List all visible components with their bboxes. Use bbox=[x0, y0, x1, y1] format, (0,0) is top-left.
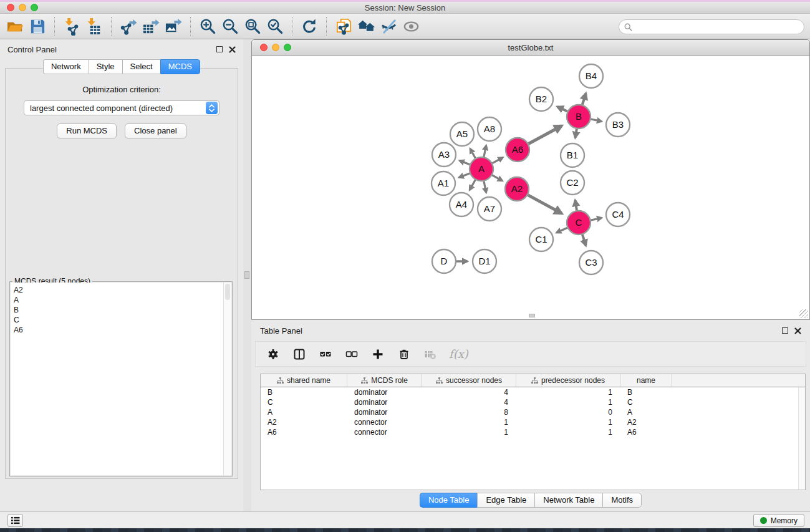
tab-network[interactable]: Network bbox=[43, 59, 89, 74]
table-row[interactable]: Adominator80A bbox=[261, 407, 805, 417]
memory-button[interactable]: Memory bbox=[753, 514, 804, 527]
refresh-layout-button[interactable] bbox=[298, 15, 321, 37]
tab-network-table[interactable]: Network Table bbox=[534, 493, 602, 508]
tab-motifs[interactable]: Motifs bbox=[602, 493, 642, 508]
zoom-out-button[interactable] bbox=[219, 15, 241, 37]
result-list-item[interactable]: B bbox=[11, 305, 231, 315]
graph-node-B[interactable]: B bbox=[567, 105, 591, 128]
column-header-name[interactable]: name bbox=[620, 374, 672, 387]
panel-splitter[interactable] bbox=[243, 39, 251, 511]
list-icon bbox=[11, 516, 20, 525]
tab-select[interactable]: Select bbox=[122, 59, 160, 74]
search-field[interactable] bbox=[619, 19, 804, 34]
export-table-button[interactable] bbox=[140, 15, 162, 37]
columns-button[interactable] bbox=[292, 347, 307, 362]
graph-node-A3[interactable]: A3 bbox=[432, 143, 456, 167]
graph-node-C1[interactable]: C1 bbox=[529, 228, 553, 251]
open-file-icon bbox=[6, 17, 24, 36]
graph-node-D1[interactable]: D1 bbox=[473, 249, 496, 273]
new-network-from-selection-button[interactable] bbox=[332, 15, 355, 37]
optimization-criterion-dropdown[interactable]: largest connected component (directed) bbox=[24, 100, 219, 115]
table-cell: A2 bbox=[620, 418, 672, 427]
close-panel-button[interactable]: Close panel bbox=[125, 123, 186, 138]
result-list-item[interactable]: A6 bbox=[11, 325, 231, 335]
import-table-button[interactable] bbox=[83, 15, 105, 37]
network-canvas[interactable]: AA1A2A3A4A5A6A7A8BB1B2B3B4CC1C2C3C4DD1 bbox=[253, 57, 809, 319]
close-panel-icon[interactable] bbox=[229, 46, 236, 53]
zoom-selected-button[interactable] bbox=[264, 15, 286, 37]
graph-node-A5[interactable]: A5 bbox=[450, 122, 474, 146]
first-neighbors-button[interactable] bbox=[355, 15, 377, 37]
graph-node-A6[interactable]: A6 bbox=[506, 138, 529, 162]
tab-style[interactable]: Style bbox=[89, 59, 122, 74]
show-panels-list-button[interactable] bbox=[7, 514, 23, 527]
tab-edge-table[interactable]: Edge Table bbox=[477, 493, 534, 508]
column-header-MCDS-role[interactable]: MCDS role bbox=[347, 374, 422, 387]
column-header-successor-nodes[interactable]: successor nodes bbox=[422, 374, 516, 387]
result-list-scrollbar[interactable] bbox=[223, 283, 231, 475]
zoom-fit-button[interactable] bbox=[241, 15, 264, 37]
function-builder-icon: f(x) bbox=[449, 347, 468, 360]
graph-node-A2[interactable]: A2 bbox=[505, 177, 529, 201]
zoom-out-icon bbox=[221, 17, 239, 36]
table-float-panel-icon[interactable] bbox=[782, 327, 788, 334]
graph-node-A[interactable]: A bbox=[470, 157, 493, 181]
column-header-shared-name[interactable]: shared name bbox=[261, 374, 347, 387]
graph-node-C3[interactable]: C3 bbox=[579, 251, 603, 274]
graph-node-A4[interactable]: A4 bbox=[450, 193, 473, 216]
network-close-button[interactable] bbox=[260, 44, 268, 51]
graph-node-A7[interactable]: A7 bbox=[478, 197, 501, 221]
graph-node-B1[interactable]: B1 bbox=[561, 143, 584, 167]
table-row[interactable]: A6connector11A6 bbox=[261, 427, 805, 437]
add-row-button[interactable] bbox=[370, 347, 385, 362]
network-maximize-button[interactable] bbox=[284, 44, 291, 51]
network-window-titlebar[interactable]: testGlobe.txt bbox=[252, 40, 809, 56]
table-scrollbar[interactable] bbox=[798, 387, 805, 490]
table-close-panel-icon[interactable] bbox=[794, 327, 801, 334]
save-session-button[interactable] bbox=[26, 15, 49, 37]
tab-mcds[interactable]: MCDS bbox=[160, 59, 200, 74]
run-mcds-button[interactable]: Run MCDS bbox=[57, 123, 117, 138]
delete-row-button[interactable] bbox=[397, 347, 412, 362]
graph-node-C[interactable]: C bbox=[567, 211, 591, 235]
close-window-button[interactable] bbox=[7, 4, 14, 11]
edge-A-A3 bbox=[460, 161, 470, 165]
graph-node-C4[interactable]: C4 bbox=[606, 203, 630, 226]
zoom-in-button[interactable] bbox=[196, 15, 219, 37]
deselect-all-button[interactable] bbox=[344, 347, 359, 362]
network-minimize-button[interactable] bbox=[272, 44, 279, 51]
open-file-button[interactable] bbox=[4, 15, 26, 37]
window-resize-grip[interactable] bbox=[799, 309, 808, 318]
table-row[interactable]: A2connector11A2 bbox=[261, 417, 805, 427]
graph-node-A1[interactable]: A1 bbox=[432, 172, 455, 195]
export-image-button[interactable] bbox=[162, 15, 185, 37]
result-list-item[interactable]: A2 bbox=[11, 285, 231, 295]
table-row[interactable]: Bdominator41B bbox=[261, 387, 805, 397]
float-panel-icon[interactable] bbox=[216, 46, 223, 52]
canvas-hscroll-thumb[interactable] bbox=[529, 314, 535, 317]
graph-node-C2[interactable]: C2 bbox=[561, 171, 584, 195]
zoom-in-icon bbox=[199, 17, 217, 36]
show-all-button[interactable] bbox=[400, 15, 422, 37]
result-list-item[interactable]: C bbox=[11, 315, 231, 325]
search-input[interactable] bbox=[632, 22, 804, 31]
select-all-button[interactable] bbox=[318, 347, 333, 362]
graph-node-D[interactable]: D bbox=[432, 249, 456, 273]
maximize-window-button[interactable] bbox=[31, 4, 38, 11]
settings-gear-button[interactable] bbox=[266, 347, 281, 362]
export-network-button[interactable] bbox=[117, 15, 140, 37]
splitter-handle[interactable] bbox=[244, 271, 249, 279]
graph-node-A8[interactable]: A8 bbox=[478, 117, 501, 141]
control-panel-tabs: NetworkStyleSelectMCDS bbox=[0, 59, 243, 74]
hide-selected-button[interactable] bbox=[377, 15, 400, 37]
graph-node-B2[interactable]: B2 bbox=[529, 87, 553, 111]
tab-node-table[interactable]: Node Table bbox=[420, 493, 478, 508]
column-header-predecessor-nodes[interactable]: predecessor nodes bbox=[516, 374, 620, 387]
graph-node-B4[interactable]: B4 bbox=[579, 64, 603, 88]
table-row[interactable]: Cdominator41C bbox=[261, 397, 805, 407]
import-network-button[interactable] bbox=[60, 15, 83, 37]
svg-text:D1: D1 bbox=[478, 256, 490, 266]
minimize-window-button[interactable] bbox=[19, 4, 26, 11]
graph-node-B3[interactable]: B3 bbox=[606, 113, 630, 137]
result-list-item[interactable]: A bbox=[11, 295, 231, 305]
